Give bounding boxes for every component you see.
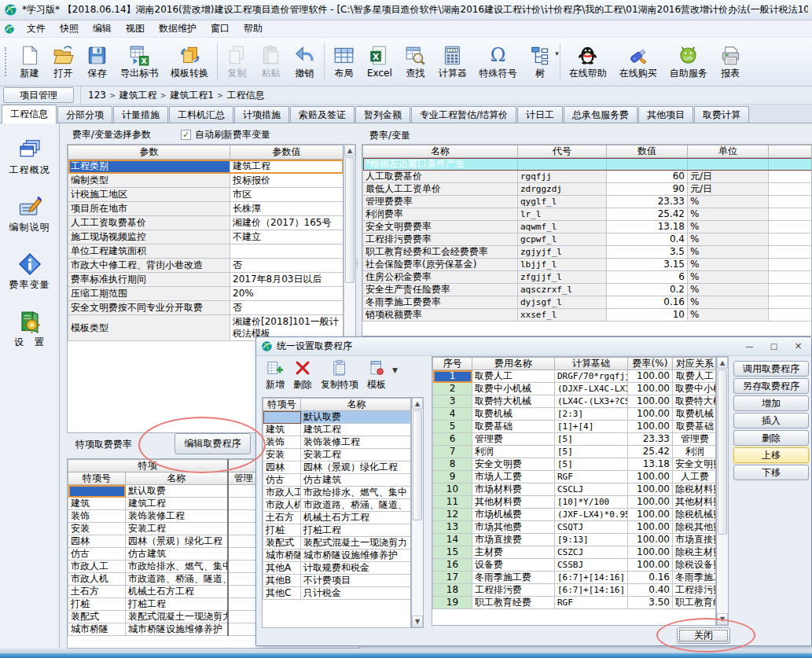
table-row[interactable]: 土石方机械土石方工程: [263, 512, 412, 524]
breadcrumb-item[interactable]: 建筑工程: [117, 89, 160, 102]
dialog-button-下移[interactable]: 下移: [733, 465, 809, 480]
table-row[interactable]: 住房公积金费率zfgjjf_l6%: [363, 271, 812, 284]
toolbar-button-查找[interactable]: 查找: [399, 39, 432, 84]
tab-暂列金额[interactable]: 暂列金额: [355, 106, 410, 123]
table-row[interactable]: 市政人机市政道路、桥涵、隧道、: [263, 499, 412, 512]
edit-fee-program-button[interactable]: 编辑取费程序: [175, 433, 251, 454]
auto-refresh-checkbox[interactable]: ✓: [181, 130, 191, 140]
table-row[interactable]: 2取费中小机械(DJXF-LX4C-LX1*100.00取费中小机械: [433, 383, 717, 395]
dialog-toolbar-button-复制特项[interactable]: 复制特项: [318, 358, 361, 392]
project-manage-button[interactable]: 项目管理: [3, 87, 74, 103]
toolbar-button-导出标书[interactable]: X导出标书: [114, 39, 164, 84]
table-row[interactable]: 项目所在地市长株潭: [68, 202, 344, 216]
toolbar-button-撤销[interactable]: 撤销: [288, 39, 321, 84]
table-row[interactable]: 其他A计取规费和税金: [263, 562, 412, 575]
breadcrumb-item[interactable]: 123: [86, 90, 108, 101]
toolbar-button-新建[interactable]: 新建: [13, 39, 46, 84]
dialog-button-另存取费程序[interactable]: 另存取费程序: [733, 378, 809, 394]
table-row[interactable]: 单位工程建筑面积: [68, 244, 344, 259]
table-row[interactable]: 管理费费率qyglf_l23.33%: [363, 196, 812, 208]
table-row[interactable]: 9市场人工费RGF100.00人工费: [433, 471, 717, 483]
minimize-icon[interactable]: —: [741, 340, 758, 352]
table-row[interactable]: 城市桥隧城市桥隧设施维修养护: [263, 550, 412, 562]
tab-计项措施[interactable]: 计项措施: [234, 106, 289, 123]
dialog-button-上移[interactable]: 上移: [733, 447, 809, 463]
table-row[interactable]: 建筑建筑工程: [263, 424, 412, 436]
tab-计日工[interactable]: 计日工: [517, 106, 563, 123]
table-row[interactable]: 11其他材料费[10]*Y/100100.00其他材料费: [433, 496, 717, 509]
tab-工程信息[interactable]: 工程信息: [2, 105, 57, 123]
table-row[interactable]: 装配式装配式混凝土一现浇剪力: [263, 537, 412, 550]
dialog-toolbar-button-模板[interactable]: 模板: [365, 358, 388, 392]
toolbar-button-计算器[interactable]: 123计算器: [432, 39, 473, 84]
scrollbar-thumb[interactable]: [413, 410, 422, 520]
toolbar-button-在线购买[interactable]: 在线购买: [613, 39, 663, 84]
table-row[interactable]: 工程排污费费率gcpwf_l0.4%: [363, 233, 812, 246]
tab-取费计算[interactable]: 取费计算: [694, 106, 749, 123]
table-row[interactable]: 19职工教育经费RGF3.50职工教育经费: [433, 597, 717, 609]
close-icon[interactable]: ×: [790, 340, 806, 352]
close-button[interactable]: 关闭: [677, 627, 730, 644]
tab-其他项目[interactable]: 其他项目: [638, 106, 693, 123]
maximize-icon[interactable]: □: [766, 340, 782, 352]
menu-item-窗口[interactable]: 窗口: [204, 20, 237, 37]
table-row[interactable]: 16设备费CSSBJ100.00除税设备费: [433, 559, 717, 572]
table-row[interactable]: *根据左边窗口条件产生: [363, 158, 812, 171]
toolbar-button-布局[interactable]: 布局: [327, 39, 361, 84]
table-row[interactable]: 安全文明费按不同专业分开取费否: [68, 301, 344, 315]
scroll-down-icon[interactable]: ▼: [717, 613, 728, 625]
tab-总承包服务费[interactable]: 总承包服务费: [564, 106, 637, 123]
table-row[interactable]: 施工现场视频监控不建立: [68, 230, 344, 244]
tab-工料机汇总[interactable]: 工料机汇总: [169, 106, 233, 123]
table-row[interactable]: 4取费机械[2:3]100.00取费机械: [433, 408, 717, 421]
scroll-up-icon[interactable]: ▲: [717, 357, 728, 369]
breadcrumb-item[interactable]: 建筑工程1: [167, 89, 216, 102]
dialog-item-scrollbar[interactable]: ▲ ▼: [411, 397, 424, 628]
breadcrumb-item[interactable]: 工程信息: [224, 89, 266, 102]
tab-计量措施[interactable]: 计量措施: [113, 106, 168, 123]
toolbar-button-Excel[interactable]: XExcel: [361, 39, 399, 84]
dialog-button-插入[interactable]: 插入: [733, 413, 809, 428]
tab-专业工程暂估/结算价[interactable]: 专业工程暂估/结算价: [411, 106, 516, 123]
dialog-fee-scrollbar[interactable]: ▲ ▼: [716, 356, 729, 626]
table-row[interactable]: 社会保险费率(原劳保基金)lbjjf_l3.15%: [363, 259, 812, 271]
table-row[interactable]: 10市场材料费CSCLJ100.00除税材料费: [433, 483, 717, 496]
table-row[interactable]: 安装安装工程: [263, 449, 412, 461]
table-row[interactable]: 6管理费[5]23.33管理费: [433, 433, 717, 446]
table-row[interactable]: 销项税额费率xxsef_l10%: [363, 309, 812, 322]
table-row[interactable]: 1取费人工DRGF/70*rgqfjj100.00取费人工: [433, 370, 717, 383]
scrollbar-thumb[interactable]: [718, 369, 727, 535]
table-row[interactable]: 7利润[5]25.42利润: [433, 446, 717, 458]
table-row[interactable]: 14市场直接费[9:13]100.00市场直接费: [433, 534, 717, 546]
table-row[interactable]: 利润费率lr_l25.42%: [363, 208, 812, 221]
table-row[interactable]: 12市场机械费(JXF-LX4)*0.95+100.00除税机械费: [433, 509, 717, 521]
scroll-up-icon[interactable]: ▲: [412, 398, 423, 410]
chevron-down-icon[interactable]: ▾: [555, 50, 559, 57]
table-row[interactable]: 人工取费基价rgqfjj60元/日: [363, 171, 812, 183]
toolbar-button-打开[interactable]: 打开: [46, 39, 80, 84]
menu-item-数据维护[interactable]: 数据维护: [152, 20, 204, 37]
menu-item-文件[interactable]: 文件: [20, 20, 53, 37]
table-row[interactable]: 安全文明费费率aqwmf_l13.18%: [363, 221, 812, 233]
dialog-button-增加[interactable]: 增加: [733, 395, 809, 411]
table-row[interactable]: 仿古仿古建筑: [263, 474, 412, 487]
menu-item-编辑[interactable]: 编辑: [86, 20, 119, 37]
toolbar-button-模板转换[interactable]: 模板转换: [164, 39, 215, 84]
table-row[interactable]: 市政大中修工程、背街小巷改造否: [68, 259, 344, 273]
dialog-title-bar[interactable]: 统一设置取费程序 — □ ×: [256, 337, 811, 356]
table-row[interactable]: 13市场其他费CSQTJ100.00除税其他费: [433, 521, 717, 534]
sidebar-item-工程概况[interactable]: 工程概况: [0, 134, 59, 181]
toolbar-button-特殊符号[interactable]: Ω特殊符号: [473, 39, 524, 84]
table-row[interactable]: 17冬雨季施工费[6:7]+[14:16]0.16冬雨季施工费: [433, 572, 717, 584]
menu-item-视图[interactable]: 视图: [119, 20, 152, 37]
table-row[interactable]: 编制类型投标报价: [68, 174, 344, 188]
menu-item-帮助[interactable]: 帮助: [237, 20, 270, 37]
table-row[interactable]: 默认取费: [263, 411, 412, 424]
table-row[interactable]: 8安全文明费[5]13.18安全文明费: [433, 458, 717, 471]
table-row[interactable]: 5取费基础[1]+[4]100.00取费基础: [433, 421, 717, 433]
table-row[interactable]: 打桩打桩工程: [263, 524, 412, 537]
toolbar-button-树[interactable]: 树▾: [524, 39, 557, 84]
table-row[interactable]: 压缩工期范围20%: [68, 287, 344, 301]
table-row[interactable]: 园林园林（景观）绿化工程: [263, 461, 412, 474]
dialog-toolbar-button-删除[interactable]: 删除: [291, 358, 314, 392]
